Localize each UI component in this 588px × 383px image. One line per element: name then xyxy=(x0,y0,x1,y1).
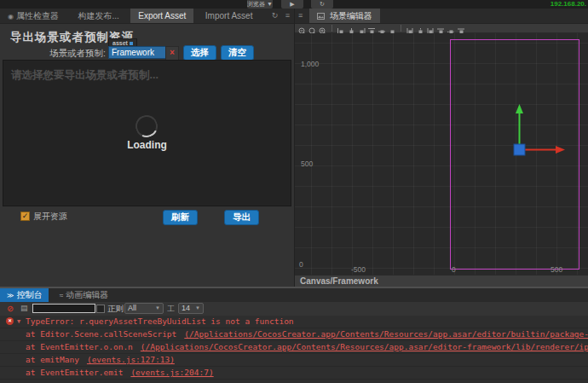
regex-checkbox[interactable] xyxy=(96,305,105,313)
play-button[interactable]: ▶ xyxy=(281,0,303,9)
error-message: TypeError: r.queryAssetTreeByUuidList is… xyxy=(26,316,294,328)
log-level-dropdown[interactable]: All▼ xyxy=(124,303,164,314)
y-axis-label-500: 500 xyxy=(301,160,313,168)
tab-console[interactable]: ≫控制台 xyxy=(0,288,49,302)
log-row-error[interactable]: × ▼ TypeError: r.queryAssetTreeByUuidLis… xyxy=(0,316,588,328)
panel-menu-icon[interactable]: ≡ xyxy=(285,11,290,20)
zoom-reset-icon[interactable] xyxy=(308,24,317,32)
panel-refresh-icon[interactable]: ↻ xyxy=(272,11,279,20)
stack-frame: at emitMany(events.js:127:13) xyxy=(26,354,175,366)
expand-resources-label: 展开资源 xyxy=(33,211,67,223)
panel-menu-icon[interactable]: ≡ xyxy=(298,9,303,23)
source-link[interactable]: (/Applications/CocosCreator.app/Contents… xyxy=(184,329,588,339)
source-link[interactable]: (/Applications/CocosCreator.app/Contents… xyxy=(141,342,588,351)
server-ip-text: 192.168.20. xyxy=(551,0,586,9)
align-top-icon[interactable] xyxy=(367,24,376,32)
gear-icon: ◉ xyxy=(8,13,14,20)
log-row-stack[interactable]: at EventEmitter.o.on.n(/Applications/Coc… xyxy=(0,341,588,354)
log-filter-input[interactable] xyxy=(32,304,95,313)
scene-image-icon xyxy=(317,13,325,20)
export-button[interactable]: 导出 xyxy=(224,210,259,225)
reload-icon: ↻ xyxy=(320,1,325,7)
align-right-icon[interactable] xyxy=(357,24,366,32)
distribute-center-h-icon[interactable] xyxy=(416,24,424,32)
tab-build[interactable]: 构建发布... xyxy=(70,9,126,23)
collapse-caret-icon[interactable]: ▼ xyxy=(17,316,20,328)
scene-toolbar xyxy=(295,24,588,33)
distribute-bottom-icon[interactable] xyxy=(457,24,465,32)
regex-label: 正则 xyxy=(107,304,124,315)
tab-import-asset[interactable]: Import Asset xyxy=(198,9,261,23)
console-log-area[interactable]: × ▼ TypeError: r.queryAssetTreeByUuidLis… xyxy=(0,316,588,383)
x-axis-label-neg500: -500 xyxy=(351,265,366,274)
tab-property-inspector[interactable]: ◉属性检查器 xyxy=(0,9,66,23)
align-left-icon[interactable] xyxy=(337,24,345,32)
left-panel-tabbar: ◉属性检查器 构建发布... Export Asset Import Asset… xyxy=(0,9,294,24)
x-axis-label-0: 0 xyxy=(452,265,456,274)
align-bottom-icon[interactable] xyxy=(388,24,396,32)
chevron-down-icon: ▼ xyxy=(155,304,160,313)
tab-export-asset[interactable]: Export Asset xyxy=(130,9,193,23)
distribute-right-icon[interactable] xyxy=(426,24,435,32)
panel-controls: ↻ ≡ xyxy=(267,9,290,23)
log-row-stack[interactable]: at Editor.Scene.callSceneScript(/Applica… xyxy=(0,328,588,341)
y-axis-label-1000: 1,000 xyxy=(301,60,319,68)
error-icon: × xyxy=(6,317,14,325)
scene-tabbar: ≡ 场景编辑器 xyxy=(295,9,588,24)
distribute-left-icon[interactable] xyxy=(406,24,414,32)
source-link[interactable]: (events.js:127:13) xyxy=(87,355,175,364)
loading-spinner xyxy=(132,112,160,140)
scene-canvas[interactable]: 1,000 500 0 -500 0 500 xyxy=(295,33,588,275)
play-icon: ▶ xyxy=(290,1,294,7)
asset-type-icon xyxy=(130,42,133,45)
console-tabbar: ≫控制台 ≈动画编辑器 xyxy=(0,288,588,302)
waveform-icon: ≈ xyxy=(60,292,63,299)
distribute-center-v-icon[interactable] xyxy=(447,24,455,32)
stack-frame: at Editor.Scene.callSceneScript(/Applica… xyxy=(26,328,588,340)
zoom-in-icon[interactable] xyxy=(319,24,327,32)
scene-editor-panel: ≡ 场景编辑器 1,000 500 0 -500 0 500 Canvas/Fr… xyxy=(295,9,588,287)
tab-animation-editor[interactable]: ≈动画编辑器 xyxy=(53,288,115,302)
clear-button[interactable]: 清空 xyxy=(221,45,254,61)
top-toolbar: 浏览器 ▼ ▶ ↻ 192.168.20. xyxy=(0,0,588,9)
log-row-stack[interactable]: at EventEmitter.emit(events.js:204:7) xyxy=(0,367,588,380)
tab-scene-editor[interactable]: 场景编辑器 xyxy=(309,9,380,23)
scene-path-breadcrumb: Canvas/Framework xyxy=(295,275,588,287)
console-panel: ≫控制台 ≈动画编辑器 ⊘ ▤ 正则 All▼ 工 14▼ × ▼ TypeEr… xyxy=(0,287,588,383)
console-icon: ≫ xyxy=(7,292,14,299)
loading-text: Loading xyxy=(3,139,291,151)
expand-resources-checkbox[interactable]: ✓ xyxy=(20,212,30,221)
clear-console-icon[interactable]: ⊘ xyxy=(7,304,14,313)
asset-field-value[interactable]: Framework xyxy=(108,46,166,59)
browser-dropdown[interactable]: 浏览器 ▼ xyxy=(247,0,273,9)
y-axis-label-0: 0 xyxy=(299,260,303,269)
source-link[interactable]: (events.js:204:7) xyxy=(130,368,213,377)
toolbar-separator xyxy=(401,25,401,32)
log-row-stack[interactable]: at emitMany(events.js:127:13) xyxy=(0,354,588,367)
console-toolbar: ⊘ ▤ 正则 All▼ 工 14▼ xyxy=(0,302,588,316)
reload-button[interactable]: ↻ xyxy=(311,0,333,9)
distribute-top-icon[interactable] xyxy=(436,24,445,32)
stack-frame: at EventEmitter.emit(events.js:204:7) xyxy=(26,367,214,379)
refresh-button[interactable]: 刷新 xyxy=(163,210,198,225)
zoom-out-icon[interactable] xyxy=(298,24,307,32)
design-resolution-rect xyxy=(450,39,579,270)
chevron-down-icon: ▼ xyxy=(195,304,200,313)
remove-asset-button[interactable]: × xyxy=(165,46,179,61)
open-log-file-icon[interactable]: ▤ xyxy=(20,304,28,312)
align-center-h-icon[interactable] xyxy=(347,24,355,32)
font-size-dropdown[interactable]: 14▼ xyxy=(178,303,204,314)
placeholder-text: 请选择您要导出场景或者预制... xyxy=(11,68,159,83)
select-button[interactable]: 选择 xyxy=(183,45,216,61)
export-asset-panel: ◉属性检查器 构建发布... Export Asset Import Asset… xyxy=(0,9,295,287)
export-content-area: 请选择您要导出场景或者预制... Loading xyxy=(3,60,291,206)
align-center-v-icon[interactable] xyxy=(378,24,386,32)
asset-field-label: 场景或者预制: xyxy=(0,48,106,60)
x-axis-label-500: 500 xyxy=(551,265,562,274)
font-size-icon: 工 xyxy=(167,304,175,315)
toolbar-separator xyxy=(331,25,332,32)
stack-frame: at EventEmitter.o.on.n(/Applications/Coc… xyxy=(26,341,588,353)
